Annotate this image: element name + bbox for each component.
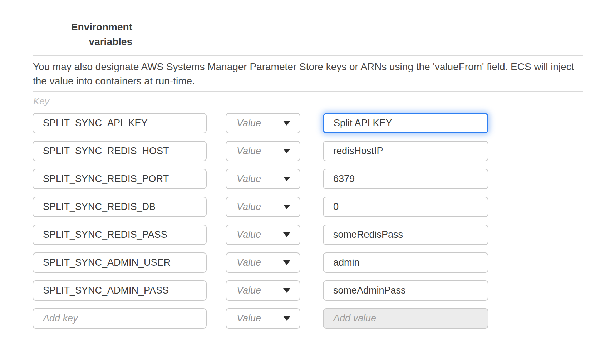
value-type-dropdown[interactable]: Value [226,197,300,217]
description-line-2: the value into containers at run-time. [33,74,584,88]
value-input[interactable] [323,141,488,161]
key-input[interactable] [33,280,207,301]
description-line-1: You may also designate AWS Systems Manag… [33,60,584,74]
env-var-row: Value [33,141,499,161]
chevron-down-icon [283,149,290,153]
value-type-label: Value [237,173,261,185]
value-type-label: Value [237,201,261,212]
key-input[interactable] [33,141,207,161]
value-type-dropdown[interactable]: Value [226,141,300,161]
value-type-label: Value [237,146,261,157]
chevron-down-icon [283,288,290,293]
chevron-down-icon [283,260,290,265]
env-var-row: Value [33,169,499,189]
env-var-row: Value [33,225,499,245]
env-var-rows: Value Value Value Value [33,113,499,336]
value-type-dropdown[interactable]: Value [226,308,300,329]
env-var-row: Value [33,280,499,301]
value-input[interactable] [323,280,488,301]
value-input[interactable] [323,197,488,217]
divider-middle [33,91,583,92]
section-label: Environment variables [32,20,132,49]
value-type-dropdown[interactable]: Value [226,113,300,133]
key-input[interactable] [33,225,207,245]
key-input[interactable] [33,197,207,217]
description-text: You may also designate AWS Systems Manag… [33,60,584,88]
value-input[interactable] [323,169,488,189]
key-column-header: Key [33,96,49,107]
env-var-row: Value [33,197,499,217]
env-var-row: Value [33,308,499,329]
chevron-down-icon [283,316,290,321]
key-input[interactable] [33,169,207,189]
chevron-down-icon [283,177,290,181]
chevron-down-icon [283,232,290,237]
value-input[interactable] [323,252,488,273]
value-type-label: Value [237,257,261,268]
chevron-down-icon [283,205,290,209]
value-type-dropdown[interactable]: Value [226,252,300,273]
value-type-label: Value [237,313,261,324]
divider-top [33,55,583,56]
value-type-label: Value [237,118,261,129]
value-type-dropdown[interactable]: Value [226,225,300,245]
value-type-dropdown[interactable]: Value [226,169,300,189]
key-input[interactable] [33,252,207,273]
env-var-row: Value [33,113,499,133]
chevron-down-icon [283,121,290,126]
value-input[interactable] [323,225,488,245]
env-var-row: Value [33,252,499,273]
key-input[interactable] [33,113,207,133]
value-type-dropdown[interactable]: Value [226,280,300,301]
value-input[interactable] [323,113,488,133]
value-input[interactable] [323,308,488,329]
env-variables-form: Environment variables You may also desig… [0,0,600,364]
key-input[interactable] [33,308,207,329]
value-type-label: Value [237,229,261,240]
value-type-label: Value [237,285,261,296]
